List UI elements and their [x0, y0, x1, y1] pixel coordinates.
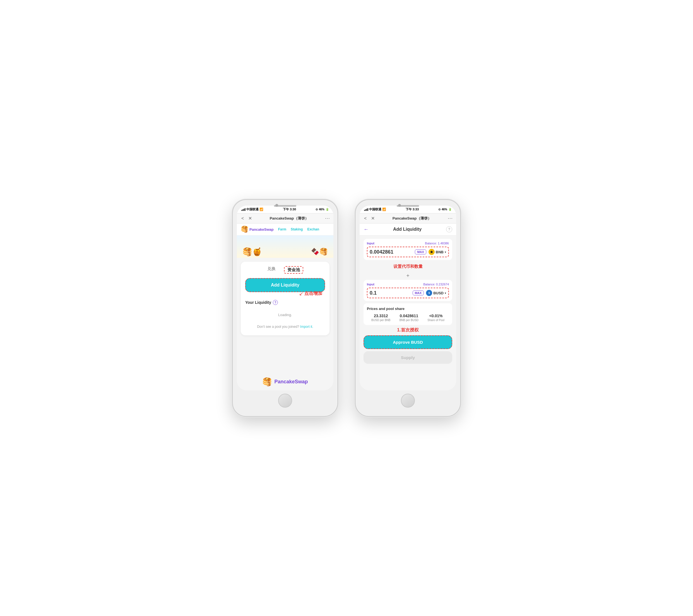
phone-2: 中国联通 📶 下午 3:33 ⊙ 46% 🔋 < ✕ PancakeSwap（薄… — [355, 199, 461, 417]
phone-1: 中国联通 📶 下午 3:30 ⊙ 46% 🔋 < ✕ PancakeSwap（薄… — [232, 199, 338, 417]
loading-text-1: Loading. — [245, 307, 325, 322]
status-bar-1: 中国联通 📶 下午 3:30 ⊙ 46% 🔋 — [237, 205, 333, 213]
signal-bar — [366, 209, 367, 211]
browser-close-2[interactable]: ✕ — [370, 215, 376, 221]
bnb-balance: Balance: 1.48386 — [425, 242, 449, 245]
your-liquidity-label: Your Liquidity — [245, 300, 271, 305]
import-text-1: Don't see a pool you joined? Import it. — [245, 322, 325, 331]
browser-back-1[interactable]: < — [240, 215, 245, 221]
add-liq-header: ← Add Liquidity ? — [360, 223, 456, 236]
busd-input-label: Input — [367, 283, 374, 286]
browser-bar-2: < ✕ PancakeSwap（薄饼） ··· — [360, 213, 456, 223]
busd-max-btn[interactable]: MAX — [413, 291, 424, 295]
hero-emoji-2: 🍫🥞 — [311, 248, 328, 256]
status-left-1: 中国联通 📶 — [241, 207, 263, 212]
back-arrow-2[interactable]: ← — [363, 226, 369, 232]
battery-icon-2: 🔋 — [448, 208, 452, 211]
supply-btn[interactable]: Supply — [363, 351, 452, 364]
browser-bar-1: < ✕ PancakeSwap（薄饼） ··· — [237, 213, 333, 223]
busd-token-name: BUSD — [433, 291, 443, 295]
pancake-logo-1: 🥞 PancakeSwap — [241, 226, 274, 233]
prices-card: Prices and pool share 23.3312 BUSD per B… — [363, 303, 452, 325]
help-icon-2[interactable]: ? — [446, 226, 452, 232]
nav-farm-1[interactable]: Farm — [278, 227, 286, 231]
bnb-input-row: 0.0042861 MAX BNB ▾ — [367, 246, 449, 257]
hero-emoji-1: 🥞🍯 — [242, 247, 262, 256]
your-liquidity-row: Your Liquidity ? — [245, 300, 325, 305]
signal-bar — [368, 208, 368, 211]
price3-label: Share of Pool — [428, 319, 444, 322]
browser-more-2[interactable]: ··· — [448, 215, 453, 221]
browser-more-1[interactable]: ··· — [325, 215, 330, 221]
phone-screen-1: 中国联通 📶 下午 3:30 ⊙ 46% 🔋 < ✕ PancakeSwap（薄… — [237, 205, 333, 390]
busd-chevron-icon: ▾ — [445, 292, 446, 295]
bottom-brand-1: 🥞 PancakeSwap — [237, 373, 333, 390]
home-button-1[interactable] — [278, 394, 292, 408]
plus-divider: ＋ — [363, 272, 452, 279]
signal-bars-1 — [241, 208, 245, 211]
signal-bar — [365, 209, 366, 211]
price2-label: BNB per BUSD — [399, 319, 418, 322]
bnb-label-row: Input Balance: 1.48386 — [367, 242, 449, 245]
tab-exchange-1[interactable]: 兑换 — [267, 266, 276, 274]
bnb-token-name: BNB — [436, 250, 443, 254]
browser-back-2[interactable]: < — [363, 215, 368, 221]
hero-area-1: 🥞🍯 🍫🥞 — [237, 236, 333, 258]
import-link-1[interactable]: Import it. — [300, 325, 313, 329]
nav-staking-1[interactable]: Staking — [291, 227, 303, 231]
wifi-icon-1: 📶 — [259, 207, 263, 211]
battery-icon-1: 🔋 — [325, 208, 329, 211]
signal-bar — [245, 208, 245, 211]
price-item-2: 0.0428611 BNB per BUSD — [399, 314, 418, 322]
nav-exchange-1[interactable]: Exchan — [307, 227, 319, 231]
pancake-text-1: PancakeSwap — [250, 227, 274, 232]
status-right-2: ⊙ 46% 🔋 — [438, 208, 452, 211]
busd-icon: $ — [426, 290, 432, 296]
signal-bar — [241, 210, 242, 211]
phone-camera-2 — [398, 204, 401, 207]
signal-bars-2 — [364, 208, 368, 211]
battery-pct-2: 46% — [442, 208, 447, 211]
pancake-nav-1: 🥞 PancakeSwap Farm Staking Exchan — [237, 223, 333, 236]
busd-input-row: 0.1 MAX $ BUSD ▾ — [367, 287, 449, 298]
bnb-input-label: Input — [367, 242, 374, 245]
brand-emoji-1: 🥞 — [262, 377, 272, 386]
status-left-2: 中国联通 📶 — [364, 207, 386, 212]
bnb-input-section: Input Balance: 1.48386 0.0042861 MAX BNB… — [363, 239, 452, 260]
pool-card-1: 兑换 资金池 Add Liquidity ↙ 点击增加 Your Liquidi… — [241, 262, 330, 335]
prices-row: 23.3312 BUSD per BNB 0.0428611 BNB per B… — [367, 314, 449, 322]
svg-marker-0 — [430, 250, 433, 253]
status-bar-2: 中国联通 📶 下午 3:33 ⊙ 46% 🔋 — [360, 205, 456, 213]
prices-title: Prices and pool share — [367, 306, 449, 311]
browser-close-1[interactable]: ✕ — [247, 215, 253, 221]
red-arrow-icon: ↙ — [299, 291, 303, 297]
add-liquidity-container: Add Liquidity ↙ 点击增加 — [245, 278, 325, 292]
bnb-max-btn[interactable]: MAX — [415, 250, 426, 254]
bnb-selector[interactable]: BNB ▾ — [429, 249, 446, 255]
tab-pool-1[interactable]: 资金池 — [284, 266, 303, 274]
busd-selector[interactable]: $ BUSD ▾ — [426, 290, 446, 296]
phone-screen-2: 中国联通 📶 下午 3:33 ⊙ 46% 🔋 < ✕ PancakeSwap（薄… — [360, 205, 456, 390]
click-annotation: ↙ 点击增加 — [299, 289, 322, 298]
location-icon-1: ⊙ — [316, 208, 318, 211]
bnb-chevron-icon: ▾ — [445, 251, 446, 254]
price1-label: BUSD per BNB — [371, 319, 390, 322]
price3-value: <0.01% — [428, 314, 444, 318]
approve-busd-btn[interactable]: Approve BUSD — [363, 335, 452, 349]
add-liq-content: Input Balance: 1.48386 0.0042861 MAX BNB… — [360, 236, 456, 390]
question-icon-1[interactable]: ? — [273, 300, 278, 305]
add-liq-title: Add Liquidity — [393, 227, 421, 232]
price2-value: 0.0428611 — [399, 314, 418, 318]
bnb-icon — [429, 249, 435, 255]
home-button-2[interactable] — [401, 394, 415, 408]
price-item-1: 23.3312 BUSD per BNB — [371, 314, 390, 322]
status-right-1: ⊙ 46% 🔋 — [316, 208, 329, 211]
busd-balance: Balance: 0.232674 — [423, 283, 449, 286]
pool-tabs-1: 兑换 资金池 — [245, 266, 325, 274]
click-annotation-text: 点击增加 — [304, 291, 322, 297]
browser-title-1: PancakeSwap（薄饼） — [255, 216, 323, 221]
set-token-annotation: 设置代币和数量 — [363, 262, 452, 271]
time-2: 下午 3:33 — [405, 207, 419, 212]
signal-bar — [242, 209, 243, 211]
phone-camera — [275, 204, 278, 207]
